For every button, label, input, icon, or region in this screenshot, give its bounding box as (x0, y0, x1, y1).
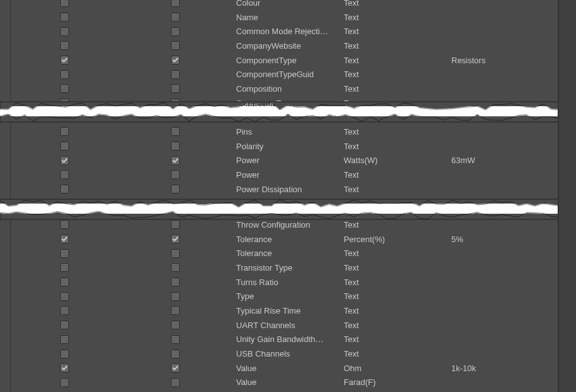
checkbox-col2[interactable] (171, 263, 180, 272)
parameter-type: Text (344, 263, 451, 273)
parameter-row[interactable]: PolarityText (0, 139, 576, 154)
checkbox-col1[interactable] (60, 378, 69, 387)
parameter-name: Composition (236, 84, 344, 94)
parameter-row[interactable]: UART ChannelsText (0, 318, 576, 333)
checkbox-col1[interactable] (60, 278, 69, 286)
checkbox-col1[interactable] (60, 27, 69, 36)
checkbox-col1[interactable] (60, 0, 69, 7)
checkbox-col2[interactable] (171, 185, 180, 193)
checkbox-col2[interactable] (171, 84, 180, 93)
checkbox-col2[interactable] (171, 220, 180, 229)
parameter-row[interactable]: PowerText (0, 168, 576, 182)
checkbox-col1[interactable] (60, 364, 69, 372)
parameter-type: Text (344, 0, 451, 8)
checkbox-col2[interactable] (171, 56, 180, 64)
checkbox-col1[interactable] (60, 156, 69, 165)
parameter-type: Text (344, 349, 451, 358)
checkbox-col1[interactable] (60, 249, 69, 258)
parameter-type: Text (344, 220, 451, 230)
checkbox-col2[interactable] (171, 27, 180, 36)
checkbox-col2[interactable] (171, 0, 180, 7)
scrollbar-track[interactable] (558, 0, 576, 392)
parameter-row[interactable]: Turns RatioText (0, 275, 576, 290)
parameter-row[interactable]: Connector TypeText (0, 96, 576, 111)
parameter-name: Tolerance (236, 235, 344, 244)
checkbox-col1[interactable] (60, 292, 69, 301)
checkbox-col1[interactable] (60, 185, 69, 193)
parameter-row[interactable]: ValueFarad(F) (0, 376, 576, 390)
torn-separator (0, 199, 576, 220)
row-block: PinsTextPolarityTextPowerWatts(W)63mWPow… (0, 125, 576, 196)
checkbox-col1[interactable] (60, 263, 69, 272)
parameter-row[interactable]: CompanyWebsiteText (0, 39, 576, 53)
checkbox-col2[interactable] (171, 142, 180, 150)
parameter-type: Text (344, 278, 451, 287)
checkbox-col2[interactable] (171, 99, 180, 107)
checkbox-col2[interactable] (171, 70, 180, 79)
checkbox-col2[interactable] (171, 364, 180, 372)
checkbox-col2[interactable] (171, 249, 180, 258)
checkbox-col1[interactable] (60, 220, 69, 229)
checkbox-col1[interactable] (60, 56, 69, 64)
checkbox-col2[interactable] (171, 235, 180, 243)
parameter-row[interactable]: ToleranceText (0, 246, 576, 260)
parameter-row[interactable]: Power DissipationText (0, 182, 576, 197)
checkbox-col1[interactable] (60, 335, 69, 344)
parameter-row[interactable]: USB ChannelsText (0, 346, 576, 361)
parameter-row[interactable]: PowerWatts(W)63mW (0, 153, 576, 168)
checkbox-col2[interactable] (171, 306, 180, 315)
parameter-row[interactable]: ComponentTypeTextResistors (0, 53, 576, 68)
parameter-name: Unity Gain Bandwidth… (236, 334, 344, 344)
parameter-row[interactable]: Unity Gain Bandwidth…Text (0, 333, 576, 347)
parameter-row[interactable]: ValueOhm1k-10k (0, 361, 576, 376)
parameter-row[interactable]: Transistor TypeText (0, 260, 576, 275)
checkbox-col2[interactable] (171, 13, 180, 21)
parameter-type: Text (344, 127, 451, 137)
parameter-name: Turns Ratio (236, 278, 344, 287)
checkbox-col1[interactable] (60, 41, 69, 50)
parameter-row[interactable]: TypeText (0, 289, 576, 303)
checkbox-col2[interactable] (171, 292, 180, 301)
checkbox-col1[interactable] (60, 306, 69, 315)
checkbox-col1[interactable] (60, 350, 69, 358)
parameter-row[interactable]: ColourText (0, 0, 576, 10)
checkbox-col2[interactable] (171, 321, 180, 329)
parameter-name: Type (236, 291, 344, 301)
checkbox-col2[interactable] (171, 156, 180, 165)
parameter-row[interactable]: PinsText (0, 125, 576, 139)
checkbox-col2[interactable] (171, 41, 180, 50)
checkbox-col1[interactable] (60, 235, 69, 243)
parameter-row[interactable]: TolerancePercent(%)5% (0, 232, 576, 247)
parameter-row[interactable]: ComponentTypeGuidText (0, 67, 576, 82)
parameter-type: Text (344, 185, 451, 194)
row-block: Throw ConfigurationTextTolerancePercent(… (0, 217, 576, 389)
parameter-name: Throw Configuration (236, 220, 344, 230)
checkbox-col1[interactable] (60, 321, 69, 329)
parameter-name: UART Channels (236, 321, 344, 330)
parameter-name: Name (236, 13, 344, 22)
parameter-row[interactable]: Throw ConfigurationText (0, 217, 576, 232)
checkbox-col1[interactable] (60, 70, 69, 79)
checkbox-col2[interactable] (171, 378, 180, 387)
checkbox-col2[interactable] (171, 170, 180, 179)
checkbox-col2[interactable] (171, 127, 180, 136)
parameter-row[interactable]: Common Mode Rejecti…Text (0, 24, 576, 39)
parameter-name: ComponentType (236, 56, 344, 65)
checkbox-col2[interactable] (171, 278, 180, 286)
parameter-type: Farad(F) (344, 377, 451, 387)
parameter-row[interactable]: NameText (0, 10, 576, 25)
parameter-type: Text (344, 13, 451, 22)
checkbox-col1[interactable] (60, 170, 69, 179)
parameter-row[interactable]: Typical Rise TimeText (0, 303, 576, 318)
checkbox-col1[interactable] (60, 13, 69, 21)
parameter-type: Ohm (344, 364, 451, 373)
checkbox-col1[interactable] (60, 84, 69, 93)
checkbox-col2[interactable] (171, 350, 180, 358)
parameter-type: Text (344, 321, 451, 330)
checkbox-col1[interactable] (60, 99, 69, 107)
parameter-name: Power (236, 170, 344, 180)
checkbox-col1[interactable] (60, 127, 69, 136)
checkbox-col2[interactable] (171, 335, 180, 344)
parameter-row[interactable]: CompositionText (0, 82, 576, 96)
checkbox-col1[interactable] (60, 142, 69, 150)
